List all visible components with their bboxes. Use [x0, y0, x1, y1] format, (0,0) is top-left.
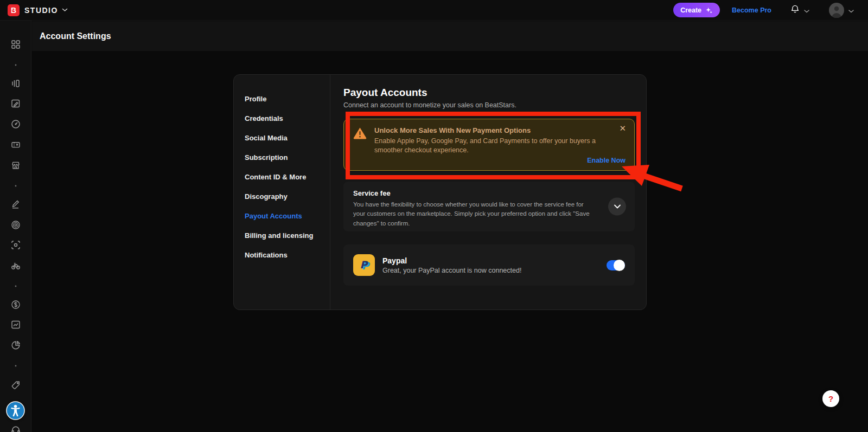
dot-separator [0, 59, 31, 72]
brand-name: STUDIO [24, 6, 58, 15]
dashboard-grid-icon[interactable] [0, 38, 31, 51]
store-icon[interactable] [0, 159, 31, 172]
bell-chevron-down-icon [804, 5, 809, 15]
dot-separator [0, 280, 31, 293]
become-pro-link[interactable]: Become Pro [732, 7, 771, 14]
settings-card: ProfileCredentialsSocial MediaSubscripti… [233, 74, 647, 310]
notifications-menu[interactable] [790, 4, 809, 16]
payment-options-banner: Unlock More Sales With New Payment Optio… [343, 119, 635, 171]
bell-icon [790, 4, 800, 16]
accessibility-icon[interactable] [0, 400, 31, 421]
content-area: ProfileCredentialsSocial MediaSubscripti… [32, 51, 868, 432]
settings-nav-social-media[interactable]: Social Media [245, 128, 330, 147]
fingerprint-globe-icon[interactable] [0, 218, 31, 231]
settings-nav-subscription[interactable]: Subscription [245, 147, 330, 167]
studio-chevron-down-icon[interactable] [62, 8, 68, 12]
pie-chart-icon[interactable] [0, 339, 31, 352]
settings-nav-notifications[interactable]: Notifications [245, 245, 330, 265]
banner-body: Enable Apple Pay, Google Pay, and Card P… [374, 137, 626, 156]
avatar [829, 3, 844, 18]
settings-nav-content-id-more[interactable]: Content ID & More [245, 167, 330, 186]
service-fee-description: You have the flexibility to choose wheth… [353, 200, 597, 228]
settings-nav-credentials[interactable]: Credentials [245, 108, 330, 128]
banner-title: Unlock More Sales With New Payment Optio… [374, 126, 626, 134]
help-button[interactable]: ? [822, 390, 839, 407]
dollar-circle-icon[interactable] [0, 298, 31, 311]
tag-icon[interactable] [0, 379, 31, 392]
panel-title: Payout Accounts [343, 87, 635, 99]
service-fee-row: Service fee You have the flexibility to … [343, 182, 635, 231]
paypal-status: Great, your PayPal account is now connec… [382, 267, 521, 274]
icon-sidebar [0, 21, 31, 432]
chart-image-icon[interactable] [0, 318, 31, 331]
tracks-library-icon[interactable] [0, 77, 31, 90]
close-x-icon[interactable]: ✕ [619, 124, 626, 132]
gauge-icon[interactable] [0, 118, 31, 131]
top-app-bar: B ★ STUDIO Create Become Pro [0, 0, 868, 21]
settings-nav-billing-and-licensing[interactable]: Billing and licensing [245, 225, 330, 245]
paypal-row: P P Paypal Great, your PayPal account is… [343, 244, 635, 286]
beatstars-logo-icon[interactable]: B ★ [8, 4, 20, 16]
dot-separator [0, 179, 31, 192]
notes-edit-icon[interactable] [0, 97, 31, 110]
service-fee-expand-button[interactable] [608, 198, 626, 216]
settings-nav: ProfileCredentialsSocial MediaSubscripti… [234, 75, 330, 310]
settings-nav-profile[interactable]: Profile [245, 89, 330, 108]
enable-now-link[interactable]: Enable Now [587, 157, 626, 164]
scan-focus-icon[interactable] [0, 238, 31, 252]
paypal-toggle[interactable] [607, 260, 625, 270]
service-fee-title: Service fee [353, 189, 597, 197]
settings-nav-discography[interactable]: Discography [245, 186, 330, 206]
pencil-icon[interactable] [0, 198, 31, 211]
toggle-knob [614, 260, 625, 271]
ticket-icon[interactable] [0, 138, 31, 151]
paypal-text: Paypal Great, your PayPal account is now… [382, 256, 521, 274]
create-button-label: Create [680, 7, 701, 14]
logo-star-icon: ★ [11, 9, 14, 12]
page-header: Account Settings [32, 21, 868, 51]
paypal-title: Paypal [382, 256, 521, 265]
payout-panel: Payout Accounts Connect an account to mo… [330, 75, 646, 310]
panel-subtitle: Connect an account to monetize your sale… [343, 101, 635, 109]
page-title: Account Settings [40, 31, 111, 41]
settings-nav-payout-accounts[interactable]: Payout Accounts [245, 206, 330, 225]
create-button[interactable]: Create [673, 3, 720, 17]
account-menu[interactable] [829, 3, 854, 18]
paypal-logo-icon: P P [353, 254, 375, 276]
bike-icon[interactable] [0, 259, 31, 272]
avatar-chevron-down-icon [848, 5, 854, 15]
headphones-icon[interactable] [0, 423, 31, 432]
dot-separator [0, 359, 31, 372]
warning-triangle-icon [353, 126, 367, 163]
sparkles-icon [705, 7, 713, 14]
